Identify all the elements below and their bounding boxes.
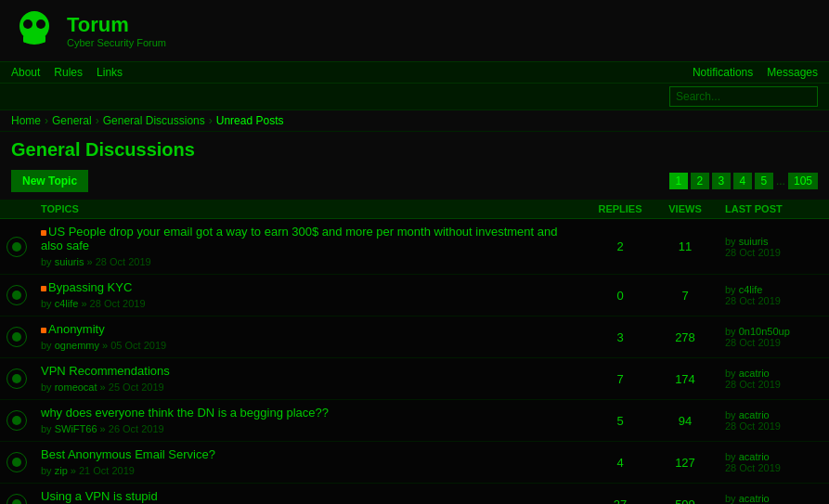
page-btn-2[interactable]: 2 (691, 173, 709, 189)
topic-author[interactable]: ognemmy (55, 340, 99, 351)
page-btn-105[interactable]: 105 (788, 173, 818, 189)
topic-title[interactable]: why does everyone think the DN is a begg… (41, 406, 580, 420)
topic-icon-inner (12, 242, 21, 252)
page-btn-5[interactable]: 5 (755, 173, 773, 189)
site-title: Torum (67, 13, 166, 37)
topic-icon-inner (12, 499, 21, 504)
nav-notifications[interactable]: Notifications (693, 66, 753, 79)
topic-author[interactable]: c4life (55, 298, 79, 309)
site-info: Torum Cyber Security Forum (67, 13, 166, 48)
view-count: 278 (653, 317, 718, 358)
topic-title[interactable]: VPN Recommendations (41, 364, 580, 378)
breadcrumb-home[interactable]: Home (11, 114, 41, 127)
last-post-cell: by acatrio 28 Oct 2019 (718, 400, 829, 442)
topic-icon (6, 327, 27, 347)
topic-icon-cell (0, 219, 33, 275)
last-post-user[interactable]: suiuris (739, 236, 769, 247)
topic-title[interactable]: Using a VPN is stupid (41, 489, 580, 503)
nav-about[interactable]: About (11, 66, 40, 79)
topic-meta: by ognemmy » 05 Oct 2019 (41, 340, 166, 351)
topic-title-cell: Using a VPN is stupid ☰123 by Black_Lotu… (33, 484, 588, 505)
table-row: Bypassing KYC by c4life » 28 Oct 2019 07… (0, 275, 829, 317)
last-post-user[interactable]: acatrio (739, 451, 770, 462)
last-post-date: 28 Oct 2019 (725, 379, 781, 390)
table-row: Using a VPN is stupid ☰123 by Black_Lotu… (0, 484, 829, 505)
topic-date: 21 Oct 2019 (79, 465, 135, 476)
topic-author[interactable]: romeocat (55, 381, 97, 393)
topic-date: 25 Oct 2019 (109, 381, 164, 393)
topic-title-cell: why does everyone think the DN is a begg… (33, 400, 588, 442)
top-nav: About Rules Links Notifications Messages (0, 62, 829, 84)
last-post-user[interactable]: acatrio (739, 493, 770, 504)
topic-title[interactable]: US People drop your email got a way to e… (41, 225, 580, 252)
page-btn-3[interactable]: 3 (712, 173, 731, 189)
page-title: General Discussions (11, 139, 818, 161)
view-count: 127 (653, 442, 718, 484)
view-count: 94 (653, 400, 718, 442)
topic-icon-cell (0, 358, 33, 400)
topic-icon-cell (0, 275, 33, 317)
last-post-user[interactable]: acatrio (739, 409, 770, 420)
logo-area: Torum Cyber Security Forum (11, 7, 166, 54)
topic-meta: by c4life » 28 Oct 2019 (41, 298, 146, 309)
pinned-dot (41, 328, 46, 333)
topics-table: TOPICS REPLIES VIEWS LAST POST US People… (0, 200, 829, 504)
view-count: 11 (653, 219, 718, 275)
table-row: VPN Recommendations by romeocat » 25 Oct… (0, 358, 829, 400)
reply-count: 5 (588, 400, 653, 442)
topics-tbody: US People drop your email got a way to e… (0, 219, 829, 505)
topic-meta: by romeocat » 25 Oct 2019 (41, 381, 164, 393)
last-post-user[interactable]: 0n10n50up (739, 326, 790, 337)
topic-title-cell: Best Anonymous Email Service? by zip » 2… (33, 442, 588, 484)
topic-icon (6, 237, 27, 257)
site-header: Torum Cyber Security Forum (0, 0, 829, 62)
topic-title[interactable]: Best Anonymous Email Service? (41, 447, 580, 461)
breadcrumb: Home › General › General Discussions › U… (0, 110, 829, 132)
topic-title[interactable]: Anonymity (41, 322, 580, 336)
new-topic-button[interactable]: New Topic (11, 170, 88, 192)
col-topics: TOPICS (33, 200, 588, 219)
skull-icon (11, 7, 58, 54)
last-post-user[interactable]: acatrio (739, 368, 770, 379)
last-post-date: 28 Oct 2019 (725, 247, 781, 258)
reply-count: 2 (588, 219, 653, 275)
topic-author[interactable]: suiuris (55, 256, 84, 267)
pagination: 1 2 3 4 5 ... 105 (669, 173, 818, 189)
topic-title[interactable]: Bypassing KYC (41, 280, 580, 294)
breadcrumb-general-discussions[interactable]: General Discussions (103, 114, 205, 127)
pinned-dot (41, 230, 46, 236)
reply-count: 3 (588, 317, 653, 358)
svg-rect-7 (23, 35, 45, 43)
table-row: US People drop your email got a way to e… (0, 219, 829, 275)
table-row: Anonymity by ognemmy » 05 Oct 2019 3278 … (0, 317, 829, 358)
svg-point-1 (23, 19, 32, 29)
page-btn-1[interactable]: 1 (669, 173, 688, 189)
col-views: VIEWS (653, 200, 718, 219)
pinned-dot (41, 286, 46, 291)
nav-messages[interactable]: Messages (767, 66, 818, 79)
search-input[interactable] (669, 86, 818, 107)
topic-meta: by suiuris » 28 Oct 2019 (41, 256, 151, 267)
view-count: 7 (653, 275, 718, 317)
topic-icon-inner (12, 291, 21, 300)
last-post-cell: by suiuris 28 Oct 2019 (718, 219, 829, 275)
page-ellipsis: ... (776, 174, 785, 187)
reply-count: 0 (588, 275, 653, 317)
page-heading-area: General Discussions (0, 132, 829, 164)
svg-point-2 (36, 19, 45, 29)
site-subtitle: Cyber Security Forum (67, 37, 166, 48)
last-post-user[interactable]: c4life (739, 284, 763, 295)
topic-meta: by zip » 21 Oct 2019 (41, 465, 135, 476)
nav-links[interactable]: Links (97, 66, 123, 79)
last-post-date: 28 Oct 2019 (725, 295, 781, 306)
last-post-date: 28 Oct 2019 (725, 420, 781, 432)
breadcrumb-general[interactable]: General (52, 114, 92, 127)
page-btn-4[interactable]: 4 (733, 173, 752, 189)
topic-author[interactable]: SWiFT66 (55, 423, 97, 434)
last-post-date: 28 Oct 2019 (725, 462, 781, 473)
last-post-cell: by acatrio 28 Oct 2019 (718, 484, 829, 505)
nav-rules[interactable]: Rules (54, 66, 83, 79)
topic-author[interactable]: zip (55, 465, 68, 476)
table-row: Best Anonymous Email Service? by zip » 2… (0, 442, 829, 484)
topic-icon-cell (0, 317, 33, 358)
